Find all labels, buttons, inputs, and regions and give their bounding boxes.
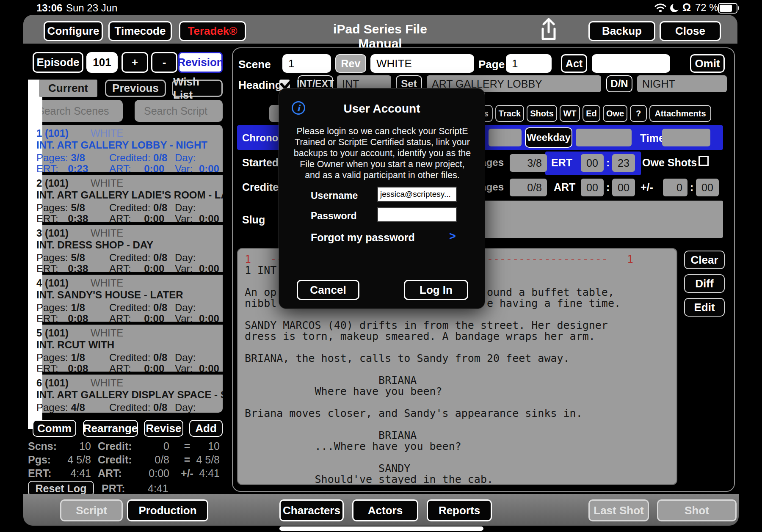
rearrange-button[interactable]: Rearrange bbox=[83, 420, 138, 437]
tab-shots[interactable]: Shots bbox=[527, 105, 557, 122]
cancel-button[interactable]: Cancel bbox=[297, 280, 359, 300]
revision-button[interactable]: Revision bbox=[178, 52, 223, 73]
login-button[interactable]: Log In bbox=[404, 280, 468, 300]
battery-percent: 72 % bbox=[695, 2, 718, 14]
day-night-button[interactable]: D/N bbox=[606, 75, 632, 92]
act-field[interactable] bbox=[592, 54, 670, 73]
tab-previous[interactable]: Previous bbox=[105, 80, 166, 97]
rev-button[interactable]: Rev bbox=[335, 54, 366, 73]
scene-stats-row: Pages: 3/8Credited: 0/8Day: bbox=[36, 152, 221, 163]
weekday-field[interactable] bbox=[576, 129, 632, 146]
scene-list-item[interactable]: 5 (101)WHITEINT. RCUT WITHPages: 1/8Cred… bbox=[28, 325, 223, 375]
tab-track[interactable]: Track bbox=[495, 105, 524, 122]
timecode-button[interactable]: Timecode bbox=[108, 21, 172, 41]
scene-number: 6 (101) bbox=[36, 377, 69, 389]
script-line bbox=[245, 397, 633, 408]
tab-current[interactable]: Current bbox=[39, 80, 97, 97]
clear-button[interactable]: Clear bbox=[684, 251, 725, 269]
var-hours-field[interactable]: 0 bbox=[663, 179, 687, 196]
art-hours-field[interactable]: 00 bbox=[581, 179, 604, 196]
scene-heading: INT. ART GALLERY DISPLAY SPACE - SAME... bbox=[36, 389, 223, 401]
scene-number: 3 (101) bbox=[36, 227, 69, 239]
tab-owe[interactable]: Owe bbox=[603, 105, 627, 122]
scene-stats-row: Pages: 1/8Credited: 0/8Day: bbox=[36, 352, 221, 363]
configure-button[interactable]: Configure bbox=[44, 21, 103, 41]
last-shot-button[interactable]: Last Shot bbox=[588, 499, 649, 521]
dialog-title: User Account bbox=[279, 102, 485, 116]
scene-stats-row: Pages: 4/8Credited: 0/8Day: bbox=[36, 402, 221, 413]
share-icon[interactable] bbox=[538, 18, 559, 41]
scene-label: Scene bbox=[238, 58, 271, 71]
password-field[interactable] bbox=[377, 207, 457, 222]
scene-list-item[interactable]: 6 (101)WHITEINT. ART GALLERY DISPLAY SPA… bbox=[28, 375, 223, 413]
episode-minus-button[interactable]: - bbox=[151, 52, 177, 73]
weekday-button[interactable]: Weekday bbox=[525, 127, 572, 148]
tab-question[interactable]: ? bbox=[630, 105, 647, 122]
moon-icon bbox=[670, 3, 680, 13]
scene-list-item[interactable]: 1 (101)WHITEINT. ART GALLERY LOBBY - NIG… bbox=[28, 125, 223, 175]
page-field[interactable]: 1 bbox=[506, 54, 552, 73]
episode-button[interactable]: Episode bbox=[33, 52, 83, 73]
credited-pages-field[interactable]: 0/8 bbox=[510, 179, 547, 196]
actors-button[interactable]: Actors bbox=[352, 499, 418, 521]
episode-plus-button[interactable]: + bbox=[121, 52, 148, 73]
slug-label: Slug bbox=[242, 214, 265, 226]
time-field[interactable] bbox=[662, 129, 710, 146]
day-night-field[interactable]: NIGHT bbox=[637, 75, 727, 92]
scene-list-item[interactable]: 2 (101)WHITEINT. ART GALLERY LADIE'S ROO… bbox=[28, 175, 223, 225]
ert-minutes-field[interactable]: 23 bbox=[612, 154, 635, 172]
characters-button[interactable]: Characters bbox=[279, 499, 344, 521]
act-button[interactable]: Act bbox=[561, 54, 587, 73]
omit-button[interactable]: Omit bbox=[690, 54, 725, 73]
production-tab-button[interactable]: Production bbox=[127, 499, 208, 521]
revise-button[interactable]: Revise bbox=[144, 420, 183, 437]
tab-wt[interactable]: WT bbox=[560, 105, 580, 122]
forgot-password-link[interactable]: Forgot my password bbox=[311, 232, 415, 244]
close-button[interactable]: Close bbox=[660, 21, 721, 41]
owe-shots-checkbox[interactable] bbox=[698, 156, 709, 166]
script-tab-button[interactable]: Script bbox=[60, 499, 123, 521]
scene-list-item[interactable]: 3 (101)WHITEINT. DRESS SHOP - DAYPages: … bbox=[28, 225, 223, 275]
time-label: Time bbox=[640, 132, 665, 144]
episode-number-field[interactable]: 101 bbox=[86, 52, 118, 73]
reports-button[interactable]: Reports bbox=[427, 499, 492, 521]
scene-number: 2 (101) bbox=[36, 177, 69, 189]
diff-button[interactable]: Diff bbox=[684, 274, 725, 293]
var-minutes-field[interactable]: 00 bbox=[696, 179, 719, 196]
chrono-field-1[interactable] bbox=[489, 129, 522, 146]
script-line bbox=[245, 419, 633, 430]
edit-button[interactable]: Edit bbox=[684, 298, 725, 317]
comm-button[interactable]: Comm bbox=[33, 420, 76, 437]
scene-list-item[interactable]: 4 (101)WHITEINT. SANDY'S HOUSE - LATERPa… bbox=[28, 275, 223, 325]
tab-wishlist[interactable]: Wish List bbox=[172, 80, 223, 97]
backup-button[interactable]: Backup bbox=[588, 21, 655, 41]
add-button[interactable]: Add bbox=[189, 420, 223, 437]
scene-number: 4 (101) bbox=[36, 277, 69, 289]
scene-heading: INT. SANDY'S HOUSE - LATER bbox=[36, 289, 183, 301]
scene-color-badge: WHITE bbox=[91, 377, 123, 389]
scene-number-field[interactable]: 1 bbox=[282, 54, 331, 73]
chevron-right-icon[interactable]: > bbox=[449, 230, 456, 243]
started-pages-field[interactable]: 3/8 bbox=[510, 154, 547, 172]
scene-number: 1 (101) bbox=[36, 127, 69, 139]
scene-number: 5 (101) bbox=[36, 327, 69, 339]
username-field[interactable] bbox=[377, 187, 457, 202]
tab-attachments[interactable]: Attachments bbox=[649, 105, 711, 122]
chronological-label: Chronol bbox=[242, 132, 281, 144]
clock: 13:06 bbox=[36, 2, 62, 14]
teradek-button[interactable]: Teradek® bbox=[179, 21, 246, 41]
tab-ed[interactable]: Ed bbox=[583, 105, 600, 122]
shot-button[interactable]: Shot bbox=[657, 499, 737, 521]
headphones-icon: Ω bbox=[682, 1, 691, 14]
scene-heading: INT. RCUT WITH bbox=[36, 339, 114, 351]
script-line bbox=[245, 452, 633, 463]
owe-shots-label: Owe Shots bbox=[642, 157, 697, 169]
date: Sun 23 Jun bbox=[66, 2, 117, 14]
user-account-dialog: i User Account Please login so we can ch… bbox=[279, 88, 485, 309]
search-script-input[interactable] bbox=[135, 100, 223, 122]
art-minutes-field[interactable]: 00 bbox=[612, 179, 635, 196]
scene-times-row: ERT: 0:38ART: 0:00Var: 0:00 bbox=[36, 263, 221, 274]
ert-hours-field[interactable]: 00 bbox=[581, 154, 604, 172]
rev-color-field[interactable]: WHITE bbox=[370, 54, 474, 73]
scene-list: 1 (101)WHITEINT. ART GALLERY LOBBY - NIG… bbox=[28, 125, 223, 413]
